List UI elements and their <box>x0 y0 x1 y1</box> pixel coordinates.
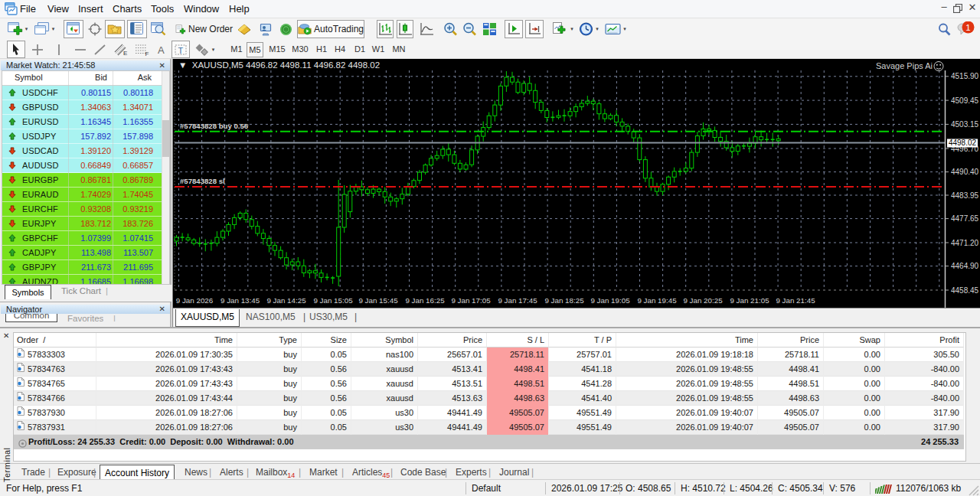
svg-text:9 Jan 15:45: 9 Jan 15:45 <box>358 296 398 305</box>
svg-text:4490.40: 4490.40 <box>951 168 979 176</box>
svg-text:E: E <box>123 50 127 57</box>
svg-text:4515.90: 4515.90 <box>951 72 979 80</box>
svg-text:9 Jan 19:45: 9 Jan 19:45 <box>637 296 677 305</box>
svg-text:1: 1 <box>965 23 970 32</box>
svg-text:4483.95: 4483.95 <box>951 191 979 200</box>
svg-text:4498.02: 4498.02 <box>949 139 977 147</box>
svg-text:4503.15: 4503.15 <box>951 120 979 129</box>
svg-text:4471.20: 4471.20 <box>951 239 979 247</box>
svg-text:9 Jan 17:45: 9 Jan 17:45 <box>498 296 537 305</box>
svg-text:4477.65: 4477.65 <box>951 214 979 223</box>
svg-text:#57843828 buy 0.56: #57843828 buy 0.56 <box>180 122 248 130</box>
svg-text:▼ XAUUSD,M5 4496.82 4498.11: ▼ XAUUSD,M5 4496.82 4498.11 4496.82 4498… <box>178 60 380 70</box>
svg-text:9 Jan 13:45: 9 Jan 13:45 <box>220 296 260 305</box>
svg-text:9 Jan 14:25: 9 Jan 14:25 <box>266 296 306 305</box>
svg-text:#57843828 sl: #57843828 sl <box>180 177 225 185</box>
svg-text:9 Jan 18:25: 9 Jan 18:25 <box>544 296 584 305</box>
svg-text:9 Jan 15:05: 9 Jan 15:05 <box>313 296 353 305</box>
svg-text:9 Jan 21:05: 9 Jan 21:05 <box>730 296 769 305</box>
svg-text:9 Jan 16:25: 9 Jan 16:25 <box>405 296 445 305</box>
svg-text:9 Jan 2026: 9 Jan 2026 <box>176 296 214 305</box>
svg-text:F: F <box>145 51 149 57</box>
svg-text:9 Jan 17:05: 9 Jan 17:05 <box>451 296 491 305</box>
svg-text:4509.45: 4509.45 <box>951 96 979 105</box>
svg-text:9 Jan 21:45: 9 Jan 21:45 <box>776 296 815 305</box>
svg-text:A: A <box>158 44 165 55</box>
svg-text:Savage Pips Ai: Savage Pips Ai <box>876 61 933 70</box>
svg-text:9 Jan 19:05: 9 Jan 19:05 <box>590 296 630 305</box>
svg-text:4458.45: 4458.45 <box>951 286 979 295</box>
svg-text:T: T <box>178 45 183 54</box>
svg-text:9 Jan 20:25: 9 Jan 20:25 <box>683 296 723 305</box>
svg-text:4464.90: 4464.90 <box>951 262 979 270</box>
